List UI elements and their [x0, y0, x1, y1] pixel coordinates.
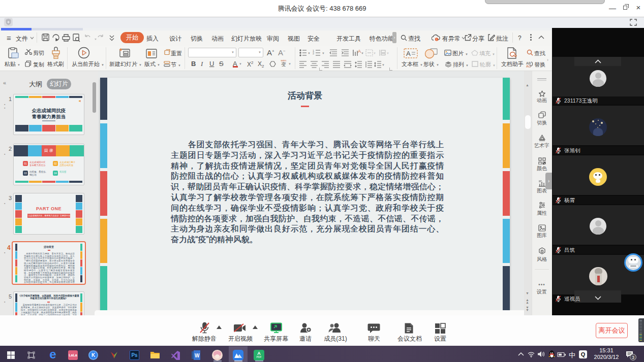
svg-text:▼: ▼ — [373, 52, 376, 55]
svg-text:2: 2 — [313, 52, 314, 55]
svg-text:▼: ▼ — [386, 52, 389, 55]
svg-text:A: A — [406, 50, 411, 57]
svg-text:▼: ▼ — [322, 52, 325, 55]
svg-text:▼: ▼ — [361, 52, 364, 55]
svg-text:▼: ▼ — [308, 52, 311, 55]
svg-text:▼: ▼ — [382, 63, 385, 67]
